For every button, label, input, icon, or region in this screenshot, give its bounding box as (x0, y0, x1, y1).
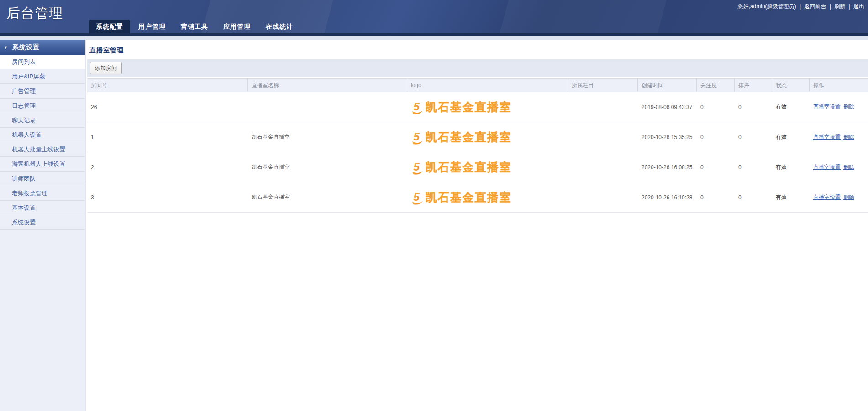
column-header: 操作 (810, 79, 868, 92)
room-settings-link[interactable]: 直播室设置 (813, 194, 841, 200)
sidebar-item[interactable]: 广告管理 (0, 84, 85, 99)
header-links: | 返回前台 | 刷新 | 退出 (798, 3, 864, 10)
cell-status: 有效 (772, 163, 810, 171)
cell-logo: 5凯石基金直播室 (407, 130, 568, 145)
logo-image-text: 凯石基金直播室 (426, 160, 512, 175)
sidebar-item[interactable]: 用户&IP屏蔽 (0, 69, 85, 84)
cell-actions: 直播室设置删除 (810, 193, 868, 201)
cell-followers: 0 (697, 164, 735, 171)
sidebar-item[interactable]: 老师投票管理 (0, 186, 85, 201)
cell-actions: 直播室设置删除 (810, 103, 868, 111)
nav-tabs: 系统配置用户管理营销工具应用管理在线统计 (89, 20, 300, 33)
cell-created-time: 2020-10-26 16:08:25 (638, 164, 697, 171)
rooms-table: 房间号直播室名称logo所属栏目创建时间关注度排序状态操作 265凯石基金直播室… (87, 78, 868, 213)
nav-tab[interactable]: 在线统计 (259, 20, 300, 33)
cell-logo: 5凯石基金直播室 (407, 99, 568, 114)
svg-text:5: 5 (413, 191, 420, 203)
link-separator: | (800, 3, 802, 10)
link-separator: | (847, 3, 852, 10)
cell-room-name: 凯石基金直播室 (248, 163, 407, 171)
user-greeting: 您好,admin(超级管理员) (738, 3, 796, 10)
topbar-link-3[interactable]: 退出 (853, 3, 864, 10)
logo-flame-icon: 5 (411, 130, 425, 145)
sidebar-item[interactable]: 讲师团队 (0, 172, 85, 186)
column-header: 所属栏目 (568, 79, 638, 92)
sidebar-item[interactable]: 机器人设置 (0, 128, 85, 142)
table-row: 3凯石基金直播室5凯石基金直播室2020-10-26 16:10:2800有效直… (87, 182, 868, 213)
topbar-link-2[interactable]: 刷新 (834, 3, 845, 10)
top-header: 后台管理 您好,admin(超级管理员) | 返回前台 | 刷新 | 退出 系统… (0, 0, 868, 33)
cell-sort: 0 (735, 104, 772, 110)
topbar-link-1[interactable]: 返回前台 (804, 3, 826, 10)
cell-room-id: 1 (87, 134, 248, 140)
table-header-row: 房间号直播室名称logo所属栏目创建时间关注度排序状态操作 (87, 78, 868, 92)
sidebar-item[interactable]: 机器人批量上线设置 (0, 142, 85, 157)
delete-link[interactable]: 删除 (843, 104, 854, 110)
delete-link[interactable]: 删除 (843, 134, 854, 140)
cell-status: 有效 (772, 133, 810, 141)
table-row: 2凯石基金直播室5凯石基金直播室2020-10-26 16:08:2500有效直… (87, 152, 868, 182)
sidebar-items: 房间列表用户&IP屏蔽广告管理日志管理聊天记录机器人设置机器人批量上线设置游客机… (0, 55, 85, 230)
room-settings-link[interactable]: 直播室设置 (813, 104, 841, 110)
main-content: 直播室管理 添加房间 房间号直播室名称logo所属栏目创建时间关注度排序状态操作… (86, 40, 868, 411)
cell-actions: 直播室设置删除 (810, 133, 868, 141)
sidebar-item[interactable]: 房间列表 (0, 55, 85, 69)
column-header: logo (407, 79, 568, 92)
room-settings-link[interactable]: 直播室设置 (813, 134, 841, 140)
logo-image-text: 凯石基金直播室 (426, 99, 512, 114)
cell-room-name: 凯石基金直播室 (248, 133, 407, 141)
svg-text:5: 5 (413, 130, 420, 143)
cell-room-id: 3 (87, 194, 248, 201)
cell-followers: 0 (697, 194, 735, 201)
header-bottom-strip (0, 33, 868, 36)
nav-tab[interactable]: 用户管理 (132, 20, 173, 33)
sidebar: ▼ 系统设置 房间列表用户&IP屏蔽广告管理日志管理聊天记录机器人设置机器人批量… (0, 40, 85, 411)
cell-followers: 0 (697, 104, 735, 110)
cell-logo: 5凯石基金直播室 (407, 160, 568, 175)
sidebar-item[interactable]: 基本设置 (0, 201, 85, 215)
app-title: 后台管理 (6, 4, 63, 23)
add-room-button[interactable]: 添加房间 (90, 62, 122, 74)
cell-actions: 直播室设置删除 (810, 163, 868, 171)
nav-tab[interactable]: 营销工具 (174, 20, 215, 33)
delete-link[interactable]: 删除 (843, 164, 854, 170)
svg-text:5: 5 (413, 161, 420, 173)
column-header: 排序 (735, 79, 772, 92)
delete-link[interactable]: 删除 (843, 194, 854, 200)
sidebar-item[interactable]: 系统设置 (0, 215, 85, 230)
column-header: 状态 (772, 79, 810, 92)
cell-created-time: 2020-10-26 16:10:28 (638, 194, 697, 201)
logo-flame-icon: 5 (411, 190, 425, 205)
room-settings-link[interactable]: 直播室设置 (813, 164, 841, 170)
cell-status: 有效 (772, 103, 810, 111)
sidebar-section-title: 系统设置 (12, 43, 40, 52)
table-row: 1凯石基金直播室5凯石基金直播室2020-10-26 15:35:2500有效直… (87, 122, 868, 152)
column-header: 创建时间 (638, 79, 697, 92)
svg-text:5: 5 (413, 100, 420, 113)
caret-down-icon: ▼ (4, 45, 8, 50)
logo-flame-icon: 5 (411, 160, 425, 175)
sidebar-item[interactable]: 日志管理 (0, 99, 85, 113)
cell-created-time: 2020-10-26 15:35:25 (638, 134, 697, 140)
cell-room-name: 凯石基金直播室 (248, 193, 407, 201)
nav-tab[interactable]: 应用管理 (216, 20, 258, 33)
sidebar-item[interactable]: 游客机器人上线设置 (0, 157, 85, 172)
cell-room-id: 2 (87, 164, 248, 171)
cell-room-id: 26 (87, 104, 248, 110)
table-body: 265凯石基金直播室2019-08-06 09:43:3700有效直播室设置删除… (87, 92, 868, 213)
cell-sort: 0 (735, 194, 772, 201)
cell-created-time: 2019-08-06 09:43:37 (638, 104, 697, 110)
sidebar-item[interactable]: 聊天记录 (0, 113, 85, 128)
sidebar-section-header[interactable]: ▼ 系统设置 (0, 40, 85, 55)
table-row: 265凯石基金直播室2019-08-06 09:43:3700有效直播室设置删除 (87, 92, 868, 122)
cell-sort: 0 (735, 164, 772, 171)
column-header: 关注度 (697, 79, 735, 92)
topbar-user-area: 您好,admin(超级管理员) | 返回前台 | 刷新 | 退出 (738, 3, 864, 10)
nav-tab[interactable]: 系统配置 (89, 20, 130, 33)
column-header: 房间号 (87, 79, 248, 92)
link-separator: | (828, 3, 832, 10)
logo-image-text: 凯石基金直播室 (426, 190, 512, 205)
cell-logo: 5凯石基金直播室 (407, 190, 568, 205)
cell-followers: 0 (697, 134, 735, 140)
cell-status: 有效 (772, 193, 810, 201)
